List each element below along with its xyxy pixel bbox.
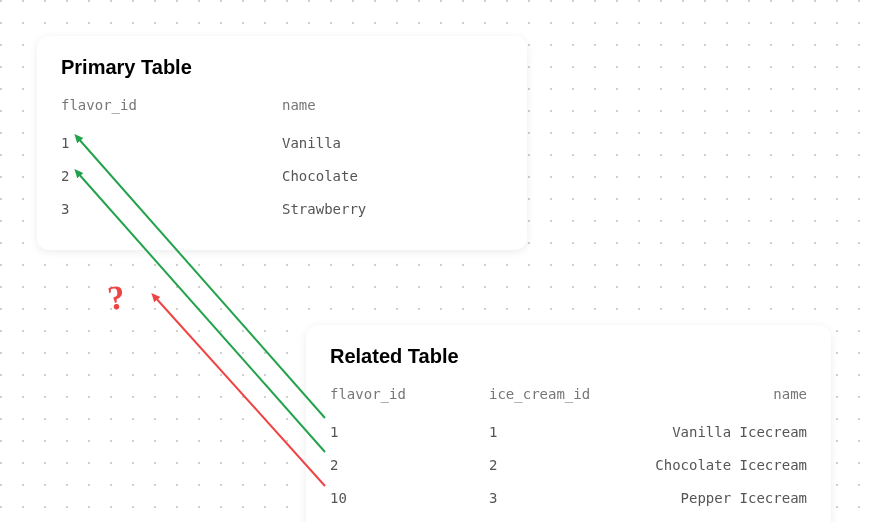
column-header: name [648, 386, 807, 402]
primary-table-title: Primary Table [61, 56, 503, 79]
question-mark-icon: ? [105, 278, 127, 318]
table-cell: Vanilla [282, 127, 503, 160]
column-header: name [282, 97, 503, 113]
column-header: flavor_id [330, 386, 489, 402]
table-cell: Pepper Icecream [648, 482, 807, 515]
column-header: ice_cream_id [489, 386, 648, 402]
table-cell: 3 [61, 193, 282, 226]
table-cell: 3 [489, 482, 648, 515]
table-cell: 1 [330, 416, 489, 449]
table-cell: 2 [489, 449, 648, 482]
table-cell: 2 [61, 160, 282, 193]
column-header: flavor_id [61, 97, 282, 113]
primary-table: flavor_id 1 2 3 name Vanilla Chocolate S… [61, 97, 503, 226]
related-table-card: Related Table flavor_id 1 2 10 ice_cream… [306, 325, 831, 522]
related-table: flavor_id 1 2 10 ice_cream_id 1 2 3 name… [330, 386, 807, 515]
fk-arrow-invalid-icon [154, 296, 325, 486]
related-table-title: Related Table [330, 345, 807, 368]
table-cell: Vanilla Icecream [648, 416, 807, 449]
table-cell: Chocolate Icecream [648, 449, 807, 482]
table-cell: 1 [61, 127, 282, 160]
table-cell: Chocolate [282, 160, 503, 193]
table-cell: 1 [489, 416, 648, 449]
table-cell: Strawberry [282, 193, 503, 226]
table-cell: 10 [330, 482, 489, 515]
table-cell: 2 [330, 449, 489, 482]
primary-table-card: Primary Table flavor_id 1 2 3 name Vanil… [37, 36, 527, 250]
